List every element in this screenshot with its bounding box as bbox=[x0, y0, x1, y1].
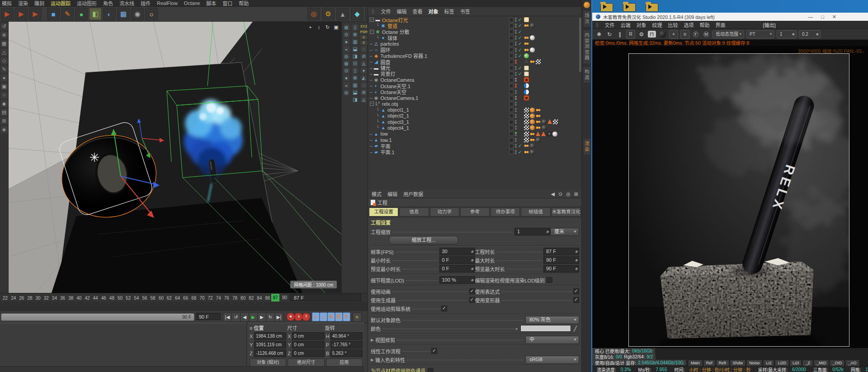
autokey-help-button[interactable]: ? bbox=[302, 313, 310, 321]
enabled-check-icon[interactable]: ✓ bbox=[518, 29, 523, 34]
menu-item-角色[interactable]: 角色 bbox=[103, 0, 113, 7]
orbit-icon[interactable]: ↻ bbox=[324, 24, 331, 30]
collapse-icon[interactable]: − bbox=[370, 30, 374, 34]
coord-field-X0[interactable]: 1984.138 cm bbox=[254, 332, 286, 340]
apply-button[interactable]: 应用 bbox=[326, 358, 363, 367]
display-mode-dropdown[interactable]: 低动态范围▼ bbox=[712, 30, 744, 38]
value-field-2[interactable]: 0.2◆ bbox=[799, 30, 821, 38]
om-menu-文件[interactable]: 文件 bbox=[381, 8, 391, 15]
dots-orange-tag-icon[interactable] bbox=[536, 119, 541, 124]
clip-2-icon[interactable]: ▶ bbox=[15, 8, 28, 20]
mini-dock-icon[interactable]: ▥ bbox=[352, 82, 358, 88]
object-name[interactable]: object4_1 bbox=[387, 125, 409, 131]
pass-tab-Li2I[interactable]: Li2I bbox=[790, 360, 802, 366]
dots-orange-tag-icon[interactable] bbox=[530, 59, 535, 64]
mini-dock-icon[interactable]: ▯ bbox=[352, 68, 358, 74]
layer-box[interactable] bbox=[509, 144, 514, 148]
checkbox-为节点材质使用颜色通道[interactable] bbox=[428, 368, 434, 372]
object-name[interactable]: 背景灯 bbox=[381, 70, 396, 77]
visibility-dots[interactable] bbox=[515, 96, 517, 100]
dots-orange-tag-icon[interactable] bbox=[530, 132, 535, 137]
object-row-背景灯[interactable]: –▬背景灯✓ bbox=[368, 71, 578, 77]
attr-menu-用户数据[interactable]: 用户数据 bbox=[403, 190, 423, 198]
panel-icon[interactable]: ▣ bbox=[1, 83, 8, 90]
desktop-folder-icon[interactable] bbox=[599, 1, 613, 12]
history-back-icon[interactable]: ◀ bbox=[551, 191, 554, 197]
visibility-dots[interactable] bbox=[515, 90, 517, 94]
sky-tag-tag-icon[interactable] bbox=[524, 89, 529, 94]
kernel-dropdown[interactable]: PT▼ bbox=[746, 30, 774, 38]
spinner-icon[interactable]: ◆ bbox=[546, 228, 549, 235]
object-name[interactable]: OctaneCamera bbox=[381, 77, 415, 83]
scale-project-button[interactable]: 缩放工程... bbox=[389, 236, 458, 245]
spinner-icon[interactable]: ◆ bbox=[471, 257, 473, 264]
phong-tag-icon[interactable] bbox=[530, 119, 535, 124]
dots-orange-tag-icon[interactable] bbox=[536, 113, 541, 118]
mini-dock-icon[interactable]: ◭ bbox=[361, 75, 367, 81]
menu-item-帮助[interactable]: 帮助 bbox=[239, 0, 249, 7]
layer-box[interactable] bbox=[509, 71, 514, 76]
mini-dock-icon[interactable]: ● bbox=[344, 39, 349, 45]
desktop-folder-icon[interactable] bbox=[622, 1, 636, 12]
visibility-dots[interactable] bbox=[515, 108, 517, 112]
dots-orange-tag-icon[interactable] bbox=[524, 35, 529, 40]
visibility-dots[interactable] bbox=[515, 84, 517, 88]
preview-range-slider[interactable]: 90 F bbox=[1, 313, 194, 321]
sphere-light-tag-icon[interactable] bbox=[530, 47, 535, 52]
visibility-dots[interactable] bbox=[515, 18, 517, 22]
mini-dock-icon[interactable]: ◎ bbox=[344, 89, 349, 95]
plane-icon[interactable]: ▦ bbox=[117, 8, 130, 20]
layer-box[interactable] bbox=[509, 132, 514, 136]
coord-field-P1[interactable]: -17.765 ° bbox=[330, 341, 363, 348]
plus-box-icon[interactable]: ⊞ bbox=[1, 118, 8, 124]
pass-tab-_AO[interactable]: _AO bbox=[845, 360, 859, 366]
light-icon[interactable]: ○ bbox=[145, 8, 158, 20]
layer-box[interactable] bbox=[509, 113, 514, 118]
dots-orange-tag-icon[interactable] bbox=[524, 143, 529, 148]
focus-f-icon[interactable]: Ⓕ bbox=[692, 30, 700, 38]
phong-tag-icon[interactable] bbox=[530, 108, 535, 113]
small-o-icon[interactable]: o bbox=[680, 30, 689, 39]
visibility-dots[interactable] bbox=[515, 114, 517, 118]
menu-item-渲染[interactable]: 渲染 bbox=[18, 0, 28, 7]
menu-item-插件[interactable]: 插件 bbox=[141, 0, 151, 7]
close-icon[interactable]: ✕ bbox=[832, 14, 836, 20]
layer-box[interactable] bbox=[509, 24, 514, 28]
visibility-dots[interactable] bbox=[515, 72, 517, 76]
spline-pen-icon[interactable]: ✎ bbox=[61, 8, 74, 20]
play-backward-button[interactable]: ↺ bbox=[231, 312, 241, 322]
lock-resolution-icon[interactable]: ⊓ bbox=[648, 31, 656, 38]
color-swatch[interactable] bbox=[520, 325, 571, 332]
material-m-icon[interactable]: Ⓜ bbox=[702, 30, 710, 38]
mograph-sphere-icon[interactable]: ● bbox=[75, 8, 88, 20]
desktop-folder-icon[interactable] bbox=[645, 1, 658, 12]
circle-icon[interactable]: ○ bbox=[1, 92, 8, 99]
layer-box[interactable] bbox=[509, 29, 514, 34]
metaball-icon[interactable]: ◐ bbox=[103, 8, 116, 20]
expand-triangle-icon[interactable]: ▶ bbox=[371, 358, 375, 362]
octane-menu-选项[interactable]: 选项 bbox=[684, 21, 694, 28]
object-row-Octane灯光[interactable]: −▬Octane灯光✓ bbox=[368, 17, 578, 23]
spinner-icon[interactable]: ◆ bbox=[471, 265, 473, 272]
object-row-object2_1[interactable]: └▲object2_1 bbox=[368, 113, 578, 119]
layer-box[interactable] bbox=[509, 138, 514, 142]
pass-tab-_OID[interactable]: _OID bbox=[830, 360, 844, 366]
spinner-icon[interactable]: ◆ bbox=[575, 265, 578, 272]
collapse-icon[interactable]: − bbox=[370, 18, 374, 22]
next-key-button[interactable]: ▶ bbox=[257, 312, 266, 322]
spinner-icon[interactable]: ◆ bbox=[575, 257, 578, 264]
coord-field-Y1[interactable]: 0 cm bbox=[292, 341, 324, 348]
dots-orange-tag-icon[interactable] bbox=[524, 47, 529, 52]
octane-render-viewport[interactable]: 3000*4000 缩放:%20 PAN:-93,- bbox=[592, 46, 868, 348]
object-name[interactable]: OctaneCamera.1 bbox=[381, 95, 419, 101]
layer-box[interactable] bbox=[509, 89, 514, 94]
mini-dock-icon[interactable]: ⬓ bbox=[352, 46, 358, 52]
attr-menu-模式[interactable]: 模式 bbox=[372, 190, 382, 198]
dropdown-视图修剪[interactable]: 中▼ bbox=[525, 336, 579, 344]
project-scale-field[interactable]: 1◆ bbox=[514, 228, 550, 235]
keyframe-track[interactable] bbox=[0, 302, 368, 311]
object-row-圆盘[interactable]: –◢圆盘∴ bbox=[368, 59, 578, 65]
gem-icon[interactable]: ◆ bbox=[1, 100, 8, 107]
coord-field-Z2[interactable]: 0 cm bbox=[292, 349, 324, 357]
dock-tab-内容浏览器[interactable]: 内容浏览器 bbox=[583, 29, 591, 64]
